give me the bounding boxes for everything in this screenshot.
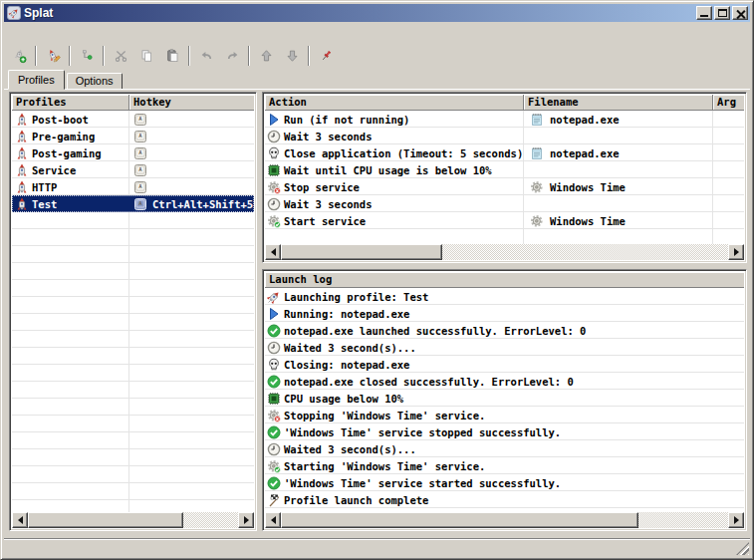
log-row[interactable]: Closing: notepad.exe [265, 356, 744, 373]
profile-name: Post-boot [32, 114, 89, 126]
clock-icon [266, 196, 281, 211]
log-text: Waited 3 second(s)... [284, 443, 416, 455]
scroll-thumb[interactable] [281, 512, 638, 528]
log-row[interactable]: Stopping 'Windows Time' service. [265, 407, 744, 423]
log-row[interactable]: 'Windows Time' service stopped successfu… [265, 423, 744, 440]
scroll-thumb[interactable] [28, 512, 183, 528]
log-row[interactable]: Running: notepad.exe [265, 305, 744, 322]
copy-icon [139, 49, 154, 64]
right-arrow-icon [734, 516, 743, 524]
profile-row[interactable]: HTTP A [12, 178, 254, 195]
scroll-right-button[interactable] [238, 512, 254, 528]
log-row[interactable]: notepad.exe launched successfully. Error… [265, 322, 744, 339]
action-row[interactable]: Wait until CPU usage is below 10% [265, 161, 744, 178]
action-row[interactable]: Close application (Timeout: 5 seconds) n… [265, 144, 744, 161]
edit-profile-button[interactable] [40, 44, 66, 68]
toolbar-separator [35, 46, 37, 66]
new-profile-button[interactable] [6, 44, 32, 68]
log-row[interactable]: Waited 3 second(s)... [265, 440, 744, 457]
close-icon [736, 9, 745, 18]
service-icon [529, 213, 544, 228]
scroll-thumb[interactable] [281, 244, 442, 260]
log-row[interactable]: Launching profile: Test [265, 288, 744, 305]
notepad-icon [529, 112, 544, 127]
arguments-column-header[interactable]: Arg [713, 95, 744, 111]
log-row[interactable]: Waited 3 second(s)... [265, 339, 744, 356]
action-column-header[interactable]: Action [265, 95, 524, 111]
action-row[interactable]: Wait 3 seconds [265, 128, 744, 144]
move-down-button[interactable] [279, 44, 305, 68]
profiles-column-header[interactable]: Profiles [12, 95, 129, 111]
copy-button[interactable] [133, 44, 159, 68]
hotkey-column-header[interactable]: Hotkey [129, 95, 254, 111]
log-row[interactable]: Profile launch complete [265, 491, 744, 508]
undo-button[interactable] [193, 44, 219, 68]
maximize-button[interactable] [714, 6, 730, 20]
close-button[interactable] [732, 6, 748, 20]
scroll-left-button[interactable] [12, 512, 28, 528]
menu-item-view[interactable] [34, 30, 48, 34]
toolbar-separator [248, 46, 250, 66]
resize-grip-icon[interactable] [736, 542, 749, 555]
arguments-cell [713, 212, 744, 229]
menu-item-edit[interactable] [20, 30, 34, 34]
gear-start-icon [266, 213, 281, 228]
profile-row[interactable]: Test ACtrl+Alt+Shift+5 [12, 195, 254, 212]
action-text: Start service [284, 215, 366, 227]
actions-list: Run (if not running) notepad.exe Wait 3 … [265, 111, 744, 244]
arguments-cell [713, 128, 744, 144]
scroll-right-button[interactable] [728, 244, 744, 260]
log-text: 'Windows Time' service stopped successfu… [284, 426, 561, 438]
move-up-button[interactable] [253, 44, 279, 68]
scroll-left-button[interactable] [265, 244, 281, 260]
scroll-track[interactable] [281, 244, 728, 260]
cut-button[interactable] [108, 44, 133, 68]
launch-log-header[interactable]: Launch log [265, 272, 744, 288]
action-text: Close application (Timeout: 5 seconds) [284, 147, 523, 159]
check-icon [266, 475, 281, 490]
log-text: Waited 3 second(s)... [284, 342, 416, 354]
move-down-icon [285, 49, 300, 64]
scroll-track[interactable] [28, 512, 238, 528]
log-row[interactable]: 'Windows Time' service started successfu… [265, 474, 744, 491]
tab-options[interactable]: Options [67, 73, 123, 90]
left-arrow-icon [267, 516, 276, 524]
pin-button[interactable] [313, 44, 339, 68]
titlebar: Splat [4, 4, 750, 22]
action-row[interactable]: Run (if not running) notepad.exe [265, 111, 744, 128]
action-text: Run (if not running) [284, 114, 409, 126]
skull-icon [266, 357, 281, 372]
action-row[interactable]: Start service Windows Time [265, 212, 744, 229]
play-icon [266, 306, 281, 321]
redo-button[interactable] [219, 44, 245, 68]
profile-row[interactable]: Post-boot A [12, 111, 254, 128]
scroll-track[interactable] [281, 512, 728, 528]
log-row[interactable]: Starting 'Windows Time' service. [265, 457, 744, 474]
rocket-icon [14, 179, 29, 194]
service-icon [529, 179, 544, 194]
left-arrow-icon [14, 516, 23, 524]
minimize-button[interactable] [696, 6, 712, 20]
scroll-right-button[interactable] [728, 512, 744, 528]
action-row[interactable]: Wait 3 seconds [265, 195, 744, 212]
scroll-left-button[interactable] [265, 512, 281, 528]
tab-profiles[interactable]: Profiles [8, 70, 65, 90]
minimize-icon [700, 15, 708, 17]
menu-item-file[interactable] [6, 30, 20, 34]
profile-row[interactable]: Pre-gaming A [12, 128, 254, 144]
profile-row[interactable]: Service A [12, 161, 254, 178]
action-row[interactable]: Stop service Windows Time [265, 178, 744, 195]
profile-row[interactable]: Post-gaming A [12, 144, 254, 161]
log-row[interactable]: CPU usage below 10% [265, 390, 744, 407]
filename-column-header[interactable]: Filename [524, 95, 713, 111]
profiles-list: Post-boot A Pre-gaming A Post-gaming A S… [12, 111, 254, 512]
rocket-icon [14, 129, 29, 143]
menu-item-help[interactable] [48, 30, 62, 34]
log-row[interactable]: notepad.exe closed successfully. ErrorLe… [265, 373, 744, 390]
launch-log-panel: Launch log Launching profile: Test Runni… [262, 269, 747, 531]
gear-stop-icon [266, 179, 281, 194]
pin-icon [319, 49, 334, 64]
paste-button[interactable] [159, 44, 185, 68]
cpu-icon [266, 162, 281, 177]
launch-profile-button[interactable] [74, 44, 100, 68]
